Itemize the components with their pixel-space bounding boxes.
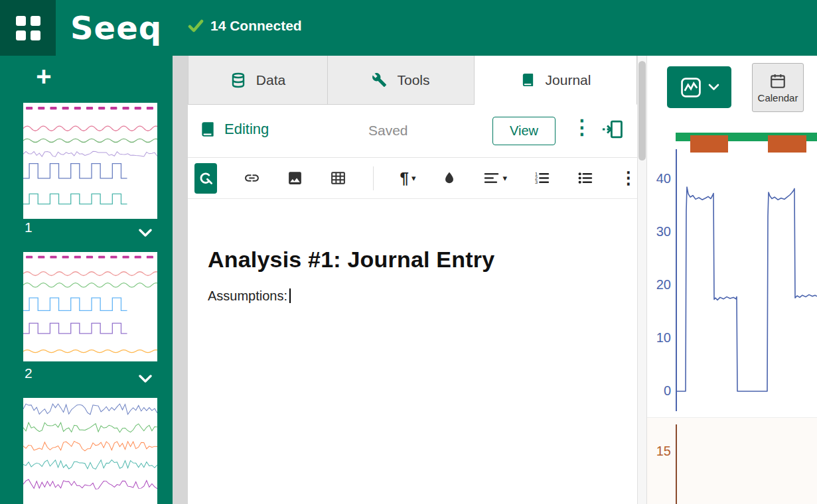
editing-mode-indicator: Editing xyxy=(199,121,269,138)
save-status: Saved xyxy=(368,123,408,139)
trend-chart[interactable] xyxy=(677,149,817,411)
trend-panel: Calendar 40 30 20 10 0 15 xyxy=(647,56,817,504)
worksheet-row-2: 2 xyxy=(23,365,157,384)
editing-label: Editing xyxy=(224,121,269,138)
database-icon xyxy=(230,72,246,88)
link-button[interactable] xyxy=(244,170,260,186)
y-axis-tick: 20 xyxy=(647,277,671,292)
worksheet-sidebar: + 1 2 xyxy=(0,56,173,504)
align-left-icon xyxy=(483,170,500,186)
tab-tools-label: Tools xyxy=(397,72,429,88)
tab-tools[interactable]: Tools xyxy=(328,56,475,105)
tab-data-label: Data xyxy=(256,72,285,88)
link-icon xyxy=(244,170,260,186)
chevron-down-icon: ▾ xyxy=(411,173,416,183)
journal-header: Editing Saved View ⋮ xyxy=(188,105,637,158)
journal-icon xyxy=(520,72,536,88)
worksheet-label: 1 xyxy=(25,220,33,235)
y-axis-tick: 0 xyxy=(647,383,671,399)
calendar-button-label: Calendar xyxy=(758,92,798,103)
bullet-list-icon xyxy=(577,170,593,186)
tab-journal[interactable]: Journal xyxy=(475,56,637,105)
calendar-button[interactable]: Calendar xyxy=(752,63,804,112)
seeq-workbench: Seeq 14 Connected + 1 2 xyxy=(0,0,817,504)
tab-journal-label: Journal xyxy=(546,72,591,88)
chevron-down-icon[interactable] xyxy=(139,371,152,387)
journal-body: Assumptions: xyxy=(208,288,617,304)
worksheet-thumbnail-chart xyxy=(23,103,157,219)
journal-edit-icon xyxy=(199,121,216,138)
table-icon xyxy=(330,170,346,186)
apps-grid-icon xyxy=(16,16,40,40)
connection-status[interactable]: 14 Connected xyxy=(188,18,302,34)
chevron-down-icon[interactable] xyxy=(139,225,152,241)
y-axis-tick: 10 xyxy=(647,330,671,346)
journal-editor[interactable]: Analysis #1: Journal Entry Assumptions: xyxy=(188,199,637,504)
journal-overflow-menu[interactable]: ⋮ xyxy=(572,115,588,139)
toolbar-overflow-menu[interactable]: ⋮ xyxy=(620,168,637,188)
vertical-scrollbar-thumb[interactable] xyxy=(638,61,646,160)
top-bar: Seeq 14 Connected xyxy=(0,0,817,56)
check-icon xyxy=(188,18,204,34)
text-cursor xyxy=(289,288,291,303)
view-button[interactable]: View xyxy=(492,117,556,145)
trend-chart-icon xyxy=(680,76,702,99)
worksheet-label: 2 xyxy=(25,365,33,381)
paragraph-style-button[interactable]: ¶ ▾ xyxy=(400,170,416,186)
journal-title: Analysis #1: Journal Entry xyxy=(208,247,617,273)
chevron-down-icon xyxy=(708,84,719,91)
ordered-list-icon: 123 xyxy=(534,170,550,186)
chart-type-button[interactable] xyxy=(667,66,731,108)
svg-text:3: 3 xyxy=(535,179,538,185)
panel-divider xyxy=(173,56,188,504)
worksheet-thumbnail-3[interactable] xyxy=(23,398,157,504)
worksheet-thumbnail-1[interactable] xyxy=(23,103,157,219)
open-journal-panel-button[interactable] xyxy=(600,117,625,145)
text-color-button[interactable] xyxy=(442,170,457,186)
seeq-swoosh-icon xyxy=(197,170,214,187)
worksheet-thumbnail-chart xyxy=(23,252,157,361)
paragraph-icon: ¶ xyxy=(400,170,409,186)
y-axis-line-bottom xyxy=(676,424,677,504)
insert-image-button[interactable] xyxy=(287,170,303,186)
apps-menu-button[interactable] xyxy=(0,0,56,56)
connection-status-label: 14 Connected xyxy=(210,18,302,34)
expand-panel-icon xyxy=(600,117,625,142)
align-button[interactable]: ▾ xyxy=(483,170,507,186)
tab-data[interactable]: Data xyxy=(188,56,328,105)
second-trend-lane[interactable]: 15 xyxy=(647,417,817,504)
image-icon xyxy=(287,170,303,186)
ordered-list-button[interactable]: 123 xyxy=(534,170,550,186)
y-axis-tick: 15 xyxy=(647,444,671,459)
y-axis-tick: 30 xyxy=(647,224,671,239)
main-tab-bar: Data Tools Journal xyxy=(188,56,637,105)
calendar-icon xyxy=(769,72,786,90)
wrench-icon xyxy=(372,72,387,88)
add-worksheet-button[interactable]: + xyxy=(31,64,57,90)
worksheet-thumbnail-chart xyxy=(23,398,157,504)
insert-table-button[interactable] xyxy=(330,170,346,186)
worksheet-thumbnail-2[interactable] xyxy=(23,252,157,361)
insert-seeq-link-button[interactable] xyxy=(194,163,217,194)
droplet-icon xyxy=(442,170,457,186)
toolbar-separator xyxy=(373,166,374,190)
seeq-logo[interactable]: Seeq xyxy=(70,8,162,48)
y-axis-tick: 40 xyxy=(647,171,671,186)
bullet-list-button[interactable] xyxy=(577,170,593,186)
signal-line xyxy=(677,187,817,391)
editor-toolbar: ¶ ▾ ▾ 123 ⋮ xyxy=(188,158,637,199)
chevron-down-icon: ▾ xyxy=(502,173,507,183)
worksheet-row-1: 1 xyxy=(23,220,157,238)
